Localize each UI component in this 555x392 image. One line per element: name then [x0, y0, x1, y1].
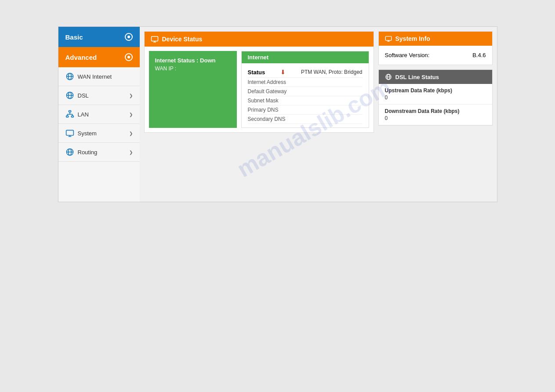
dsl-line-status-header: DSL Line Status: [379, 70, 492, 84]
nav-left-dsl: DSL: [65, 91, 89, 100]
sidebar-item-wan-internet[interactable]: WAN Internet: [58, 67, 140, 86]
nav-label-system: System: [78, 130, 97, 137]
globe-icon-routing: [65, 148, 74, 156]
info-row-default-gateway: Default Gateway: [248, 87, 363, 96]
nav-left-system: System: [65, 129, 97, 138]
system-info-panel: System Info Software Version: B.4.6: [378, 31, 493, 133]
subnet-mask-label: Subnet Mask: [248, 98, 279, 104]
globe-icon-dsl-status: [385, 73, 392, 80]
svg-rect-7: [66, 116, 68, 117]
nav-label-lan: LAN: [78, 111, 89, 118]
info-row-secondary-dns: Secondary DNS: [248, 115, 363, 124]
status-field-label: Status: [248, 69, 265, 76]
sidebar-item-dsl[interactable]: DSL ❯: [58, 86, 140, 105]
nav-label-dsl: DSL: [78, 92, 89, 99]
info-row-primary-dns: Primary DNS: [248, 105, 363, 115]
nav-left-routing: Routing: [65, 148, 98, 156]
sidebar-basic-label: Basic: [65, 33, 83, 41]
downstream-value: 0: [385, 115, 486, 121]
device-status-header: Device Status: [145, 32, 374, 47]
sidebar-advanced-label: Advanced: [65, 54, 97, 61]
main-content: Device Status Internet Status : Down WAN…: [140, 27, 497, 202]
software-version-label: Software Version:: [385, 52, 430, 58]
dsl-line-status-title: DSL Line Status: [395, 74, 439, 80]
internet-info-header: Internet: [242, 51, 369, 63]
internet-address-label: Internet Address: [248, 79, 286, 85]
chevron-lan: ❯: [129, 112, 133, 117]
secondary-dns-label: Secondary DNS: [248, 116, 286, 122]
globe-icon-wan: [65, 72, 74, 81]
network-icon-lan: [65, 110, 74, 119]
sidebar-item-basic[interactable]: Basic: [58, 27, 140, 47]
default-gateway-label: Default Gateway: [248, 88, 287, 94]
system-info-title: System Info: [395, 35, 430, 42]
wan-ip-label: WAN IP :: [155, 65, 231, 72]
chevron-system: ❯: [129, 131, 133, 136]
upstream-label: Upstream Data Rate (kbps): [385, 87, 486, 94]
sidebar-item-lan[interactable]: LAN ❯: [58, 105, 140, 124]
svg-rect-19: [151, 36, 158, 41]
nav-left-wan: WAN Internet: [65, 72, 112, 81]
upstream-row: Upstream Data Rate (kbps) 0: [379, 84, 492, 105]
internet-status-box: Internet Status : Down WAN IP :: [149, 51, 237, 128]
down-arrow-icon: ⬇: [280, 69, 286, 76]
downstream-row: Downstream Data Rate (kbps) 0: [379, 105, 492, 125]
system-info-body: Software Version: B.4.6: [379, 46, 492, 65]
svg-rect-13: [66, 130, 73, 135]
globe-icon-dsl: [65, 91, 74, 100]
chevron-routing: ❯: [129, 150, 133, 155]
primary-dns-label: Primary DNS: [248, 107, 279, 113]
internet-info-box: Internet Status ⬇ PTM WAN, Proto: Bridge…: [241, 51, 369, 128]
device-status-title: Device Status: [162, 36, 203, 43]
monitor-icon-system: [65, 129, 74, 138]
status-row: Status ⬇ PTM WAN, Proto: Bridged: [248, 67, 363, 78]
sidebar-item-routing[interactable]: Routing ❯: [58, 143, 140, 162]
nav-label-wan-internet: WAN Internet: [78, 73, 112, 80]
chevron-dsl: ❯: [129, 93, 133, 98]
info-row-subnet-mask: Subnet Mask: [248, 96, 363, 105]
software-version-value: B.4.6: [472, 52, 486, 58]
nav-label-routing: Routing: [78, 149, 98, 156]
status-field-value: PTM WAN, Proto: Bridged: [301, 69, 363, 75]
upstream-value: 0: [385, 94, 486, 101]
sidebar: Basic Advanced WAN Internet: [58, 27, 140, 202]
sidebar-item-system[interactable]: System ❯: [58, 124, 140, 143]
downstream-label: Downstream Data Rate (kbps): [385, 108, 486, 114]
monitor-icon-status: [151, 35, 159, 43]
internet-status-title: Internet Status : Down: [155, 57, 231, 64]
basic-circle-icon: [125, 33, 133, 41]
internet-info-body: Status ⬇ PTM WAN, Proto: Bridged Interne…: [242, 63, 369, 127]
system-info-box: System Info Software Version: B.4.6: [378, 31, 493, 65]
svg-rect-8: [71, 116, 73, 117]
svg-rect-6: [69, 111, 71, 112]
svg-rect-22: [385, 36, 391, 40]
dsl-status-body: Upstream Data Rate (kbps) 0 Downstream D…: [379, 84, 492, 125]
info-row-internet-address: Internet Address: [248, 78, 363, 87]
sidebar-item-advanced[interactable]: Advanced: [58, 47, 140, 67]
advanced-circle-icon: [125, 53, 133, 61]
device-status-panel: Device Status Internet Status : Down WAN…: [144, 31, 374, 133]
software-version-row: Software Version: B.4.6: [385, 50, 486, 60]
dsl-line-status-box: DSL Line Status Upstream Data Rate (kbps…: [378, 69, 493, 126]
system-info-header: System Info: [379, 32, 492, 46]
monitor-icon-sysinfo: [385, 35, 392, 42]
nav-left-lan: LAN: [65, 110, 89, 119]
